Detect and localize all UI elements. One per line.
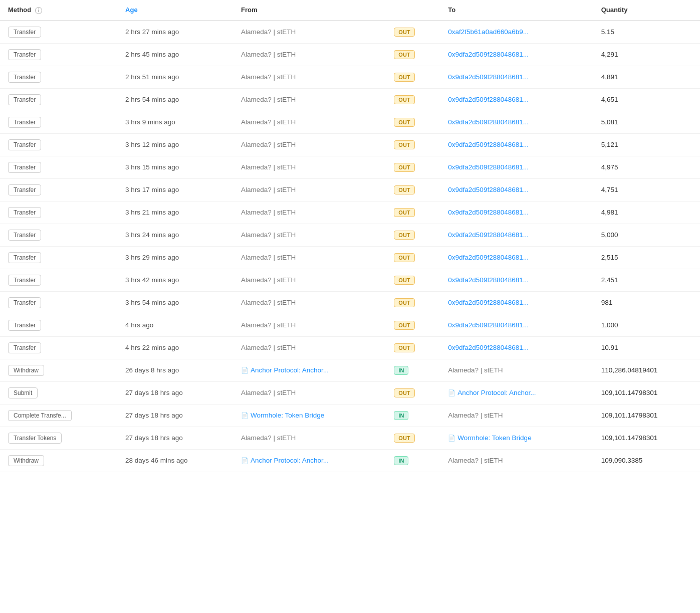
method-badge[interactable]: Transfer <box>8 320 41 331</box>
to-contract-link[interactable]: Wormhole: Token Bridge <box>457 434 531 442</box>
to-address-link[interactable]: 0x9dfa2d509f288048681... <box>448 141 529 148</box>
method-badge[interactable]: Transfer <box>8 297 41 308</box>
to-address-link[interactable]: 0x9dfa2d509f288048681... <box>448 163 529 171</box>
col-age: Age <box>117 0 233 21</box>
to-address-link[interactable]: 0x9dfa2d509f288048681... <box>448 254 529 261</box>
direction-cell: IN <box>386 449 440 472</box>
direction-badge: OUT <box>394 163 414 172</box>
method-badge[interactable]: Transfer <box>8 94 41 105</box>
direction-cell: OUT <box>386 224 440 246</box>
method-badge[interactable]: Transfer Tokens <box>8 433 62 444</box>
method-badge[interactable]: Transfer <box>8 184 41 195</box>
from-link[interactable]: Anchor Protocol: Anchor... <box>251 366 329 374</box>
quantity-value: 109,101.14798301 <box>601 412 658 419</box>
from-cell: Alameda? | stETH <box>233 427 386 449</box>
to-address-link[interactable]: 0x9dfa2d509f288048681... <box>448 96 529 103</box>
contract-icon: 📄 <box>241 457 249 464</box>
method-cell: Transfer <box>0 43 117 66</box>
quantity-value: 1,000 <box>601 321 618 329</box>
to-address-link[interactable]: 0x9dfa2d509f288048681... <box>448 276 529 284</box>
to-address-link[interactable]: 0x9dfa2d509f288048681... <box>448 299 529 306</box>
method-badge[interactable]: Transfer <box>8 342 41 353</box>
from-link[interactable]: Wormhole: Token Bridge <box>251 412 324 419</box>
quantity-value: 4,981 <box>601 209 618 216</box>
method-badge[interactable]: Transfer <box>8 27 41 38</box>
from-text: Alameda? | stETH <box>241 344 296 351</box>
from-link[interactable]: Anchor Protocol: Anchor... <box>251 457 329 464</box>
table-row: Transfer2 hrs 27 mins agoAlameda? | stET… <box>0 21 700 44</box>
direction-cell: OUT <box>386 381 440 404</box>
method-cell: Transfer <box>0 111 117 133</box>
age-text: 3 hrs 15 mins ago <box>125 163 179 171</box>
direction-badge: OUT <box>394 298 414 307</box>
direction-badge: OUT <box>394 140 414 149</box>
method-badge[interactable]: Transfer <box>8 252 41 263</box>
from-cell: Alameda? | stETH <box>233 111 386 133</box>
age-text: 3 hrs 24 mins ago <box>125 231 179 239</box>
quantity-cell: 109,101.14798301 <box>593 427 700 449</box>
method-badge[interactable]: Withdraw <box>8 365 44 376</box>
to-cell: 0x9dfa2d509f288048681... <box>440 88 593 111</box>
to-cell: 0x9dfa2d509f288048681... <box>440 201 593 224</box>
method-badge[interactable]: Transfer <box>8 72 41 83</box>
direction-cell: OUT <box>386 111 440 133</box>
quantity-cell: 109,090.3385 <box>593 449 700 472</box>
age-cell: 28 days 46 mins ago <box>117 449 233 472</box>
to-address-link[interactable]: 0xaf2f5b61a0ad660a6b9... <box>448 28 529 36</box>
to-address-link[interactable]: 0x9dfa2d509f288048681... <box>448 118 529 126</box>
method-badge[interactable]: Complete Transfe... <box>8 410 72 421</box>
from-cell: Alameda? | stETH <box>233 314 386 336</box>
to-address-link[interactable]: 0x9dfa2d509f288048681... <box>448 51 529 58</box>
to-address-link[interactable]: 0x9dfa2d509f288048681... <box>448 321 529 329</box>
quantity-value: 110,286.04819401 <box>601 366 658 374</box>
method-badge[interactable]: Withdraw <box>8 455 44 466</box>
to-address-link[interactable]: 0x9dfa2d509f288048681... <box>448 186 529 193</box>
method-badge[interactable]: Transfer <box>8 117 41 128</box>
age-text: 3 hrs 42 mins ago <box>125 276 179 284</box>
method-badge[interactable]: Transfer <box>8 207 41 218</box>
method-info-icon[interactable]: i <box>35 7 42 14</box>
table-row: Transfer3 hrs 29 mins agoAlameda? | stET… <box>0 246 700 269</box>
to-address-link[interactable]: 0x9dfa2d509f288048681... <box>448 231 529 239</box>
to-text: Alameda? | stETH <box>448 412 503 419</box>
direction-badge: IN <box>394 456 408 465</box>
quantity-value: 109,090.3385 <box>601 457 643 464</box>
to-contract-link[interactable]: Anchor Protocol: Anchor... <box>457 389 536 396</box>
direction-badge: OUT <box>394 231 414 240</box>
method-badge[interactable]: Transfer <box>8 49 41 60</box>
method-cell: Transfer <box>0 156 117 178</box>
method-badge[interactable]: Transfer <box>8 275 41 286</box>
method-badge[interactable]: Transfer <box>8 230 41 241</box>
age-text: 3 hrs 12 mins ago <box>125 141 179 148</box>
from-cell: Alameda? | stETH <box>233 246 386 269</box>
from-cell: Alameda? | stETH <box>233 66 386 88</box>
age-text: 3 hrs 29 mins ago <box>125 254 179 261</box>
from-cell: Alameda? | stETH <box>233 269 386 291</box>
age-text: 4 hrs 22 mins ago <box>125 344 179 351</box>
method-badge[interactable]: Submit <box>8 387 38 398</box>
quantity-cell: 1,000 <box>593 314 700 336</box>
col-from: From <box>233 0 386 21</box>
method-badge[interactable]: Transfer <box>8 162 41 173</box>
quantity-cell: 4,891 <box>593 66 700 88</box>
from-cell: Alameda? | stETH <box>233 133 386 156</box>
to-address-link[interactable]: 0x9dfa2d509f288048681... <box>448 344 529 351</box>
contract-icon: 📄 <box>241 367 249 374</box>
from-text: Alameda? | stETH <box>241 299 296 306</box>
direction-badge: OUT <box>394 95 414 104</box>
table-row: Submit27 days 18 hrs agoAlameda? | stETH… <box>0 381 700 404</box>
table-row: Transfer Tokens27 days 18 hrs agoAlameda… <box>0 427 700 449</box>
from-text: Alameda? | stETH <box>241 389 296 396</box>
from-text: Alameda? | stETH <box>241 209 296 216</box>
direction-cell: OUT <box>386 88 440 111</box>
direction-badge: OUT <box>394 253 414 262</box>
quantity-value: 4,651 <box>601 96 618 103</box>
quantity-value: 109,101.14798301 <box>601 389 658 396</box>
method-badge[interactable]: Transfer <box>8 139 41 150</box>
direction-cell: OUT <box>386 269 440 291</box>
to-address-link[interactable]: 0x9dfa2d509f288048681... <box>448 73 529 81</box>
method-cell: Transfer <box>0 291 117 314</box>
age-text: 27 days 18 hrs ago <box>125 434 183 442</box>
to-address-link[interactable]: 0x9dfa2d509f288048681... <box>448 209 529 216</box>
quantity-value: 4,891 <box>601 73 618 81</box>
